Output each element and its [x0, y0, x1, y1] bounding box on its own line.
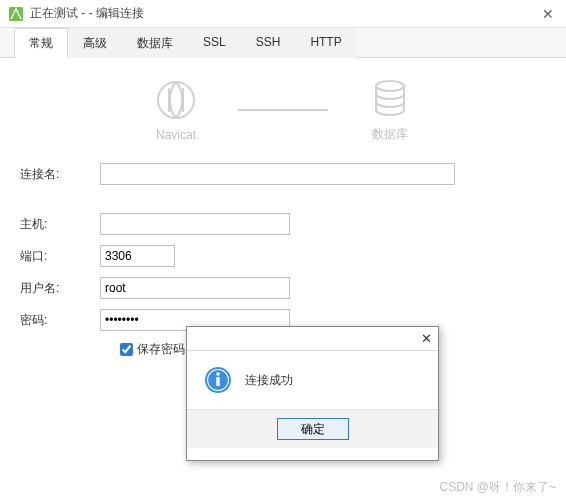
svg-rect-7 [216, 377, 219, 386]
tab-general[interactable]: 常规 [14, 28, 68, 58]
info-icon [203, 365, 233, 395]
save-pwd-checkbox[interactable] [120, 343, 133, 356]
message-box: ✕ 连接成功 确定 [186, 326, 439, 461]
save-pwd-label: 保存密码 [137, 341, 185, 358]
database-icon [368, 76, 412, 120]
diagram-right-label: 数据库 [372, 126, 408, 143]
tab-advanced[interactable]: 高级 [68, 28, 122, 58]
navicat-icon [8, 6, 24, 22]
svg-point-1 [158, 82, 194, 118]
tab-http[interactable]: HTTP [295, 28, 356, 58]
user-input[interactable] [100, 277, 290, 299]
port-label: 端口: [20, 248, 100, 265]
connection-diagram: Navicat 数据库 [0, 58, 566, 153]
tab-database[interactable]: 数据库 [122, 28, 188, 58]
title-prefix: 正在测试 - [30, 6, 89, 20]
watermark: CSDN @呀！你来了~ [439, 479, 556, 496]
pwd-label: 密码: [20, 312, 100, 329]
host-label: 主机: [20, 216, 100, 233]
svg-point-6 [216, 372, 220, 376]
navicat-logo-icon [154, 78, 198, 122]
user-label: 用户名: [20, 280, 100, 297]
title-suffix: - 编辑连接 [89, 6, 144, 20]
host-input[interactable] [100, 213, 290, 235]
diagram-left-label: Navicat [156, 128, 196, 142]
ok-button[interactable]: 确定 [277, 418, 349, 440]
tab-ssl[interactable]: SSL [188, 28, 241, 58]
connection-line [238, 109, 328, 111]
conn-name-label: 连接名: [20, 166, 100, 183]
tab-bar: 常规 高级 数据库 SSL SSH HTTP [0, 28, 566, 58]
msgbox-text: 连接成功 [245, 372, 293, 389]
svg-point-2 [376, 81, 404, 91]
port-input[interactable] [100, 245, 175, 267]
window-title: 正在测试 - - 编辑连接 [30, 5, 538, 22]
title-bar: 正在测试 - - 编辑连接 ✕ [0, 0, 566, 28]
conn-name-input[interactable] [100, 163, 455, 185]
tab-ssh[interactable]: SSH [241, 28, 296, 58]
msgbox-close-icon[interactable]: ✕ [421, 331, 432, 346]
close-icon[interactable]: ✕ [538, 6, 558, 22]
msgbox-titlebar: ✕ [187, 327, 438, 351]
